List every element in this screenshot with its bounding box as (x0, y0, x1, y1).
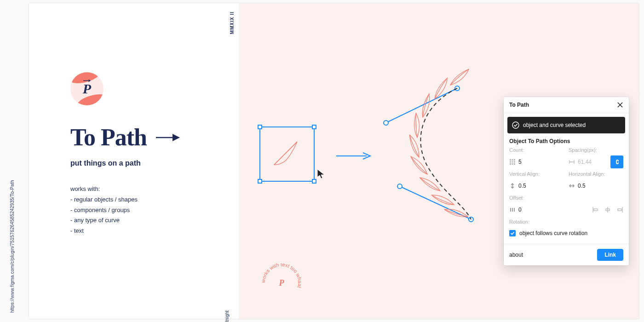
svg-rect-20 (512, 163, 513, 165)
check-icon (510, 231, 515, 236)
cursor-icon (317, 169, 325, 179)
status-banner: object and curve selected (507, 117, 625, 133)
logo-letter: P (70, 72, 104, 105)
vertical-arrows-icon (509, 183, 516, 189)
title-arrow-icon (155, 132, 181, 143)
spacing-field[interactable] (569, 155, 608, 168)
plugin-logo: P (70, 72, 104, 105)
count-input[interactable] (518, 159, 564, 165)
svg-rect-14 (512, 159, 513, 161)
credit-label: created by @lastnight (224, 310, 230, 322)
spacing-icon (569, 159, 575, 165)
works-with-block: works with: - regular objects / shapes -… (70, 184, 211, 236)
badge-letter: P (259, 261, 304, 305)
valign-label: Vertical Align: (509, 171, 564, 177)
align-center-icon[interactable] (604, 206, 611, 213)
close-icon[interactable] (617, 102, 623, 108)
rotation-label: Rotation: (509, 219, 623, 224)
svg-rect-21 (514, 163, 515, 165)
horizontal-arrows-icon (569, 183, 575, 189)
halign-field[interactable] (569, 179, 623, 192)
rotation-checkbox-label: object follows curve rotation (519, 230, 587, 236)
logo-vector-arrow-icon (83, 80, 91, 82)
resize-handle-br[interactable] (312, 179, 316, 184)
banner-text: object and curve selected (523, 122, 586, 128)
check-circle-icon (512, 121, 519, 129)
link-button[interactable]: Link (597, 249, 623, 261)
works-item: - components / groups (70, 205, 211, 216)
valign-input[interactable] (518, 183, 564, 189)
rotation-checkbox[interactable] (509, 230, 516, 236)
offset-input[interactable] (518, 207, 564, 213)
options-heading: Object To Path Options (504, 138, 629, 147)
svg-point-5 (384, 121, 388, 125)
svg-point-12 (512, 122, 519, 128)
page-title: To Path (70, 124, 147, 151)
offset-icon (509, 207, 516, 213)
offset-field[interactable] (509, 203, 564, 216)
selected-leaf-icon (270, 135, 306, 172)
offset-label: Offset: (509, 195, 564, 201)
halign-input[interactable] (578, 183, 623, 189)
svg-line-3 (386, 88, 457, 123)
dialog-title: To Path (509, 102, 529, 108)
resize-handle-tr[interactable] (312, 125, 316, 129)
svg-rect-35 (618, 209, 621, 211)
circular-badge: works with text too whaat P (259, 261, 304, 305)
svg-rect-16 (510, 161, 511, 163)
demo-canvas: works with text too whaat P To Path obje… (239, 3, 639, 319)
source-url: https://www.figma.com/c/plugin/751576264… (10, 180, 15, 313)
align-right-icon[interactable] (616, 206, 623, 213)
mmxix-label: MMXIX II (230, 12, 235, 34)
selection-box[interactable] (259, 126, 315, 182)
svg-rect-19 (510, 163, 511, 165)
grid-icon (509, 159, 516, 165)
svg-rect-31 (594, 209, 598, 211)
link-toggle-button[interactable] (610, 155, 623, 168)
resize-handle-tl[interactable] (258, 125, 262, 129)
spacing-input[interactable] (578, 159, 608, 165)
resize-handle-bl[interactable] (258, 179, 262, 184)
left-panel: MMXIX II created by @lastnight P To Path… (29, 3, 239, 319)
svg-rect-18 (514, 161, 515, 163)
works-item: - regular objects / shapes (70, 195, 211, 205)
svg-line-4 (400, 186, 471, 219)
svg-rect-13 (510, 159, 511, 161)
halign-label: Horizontal Align: (569, 171, 623, 177)
align-left-icon[interactable] (592, 206, 599, 213)
works-item: - any type of curve (70, 215, 211, 226)
works-item: - text (70, 226, 211, 236)
link-icon (614, 159, 620, 165)
svg-rect-15 (514, 159, 515, 161)
works-heading: works with: (70, 184, 211, 195)
curve-art (381, 68, 487, 233)
plugin-dialog: To Path object and curve selected Object… (504, 97, 629, 265)
svg-rect-17 (512, 161, 513, 163)
count-field[interactable] (509, 155, 564, 168)
count-label: Count: (509, 147, 564, 153)
valign-field[interactable] (509, 179, 564, 192)
about-link[interactable]: about (509, 252, 523, 258)
svg-point-7 (397, 184, 402, 189)
cover-frame: MMXIX II created by @lastnight P To Path… (29, 3, 639, 319)
spacing-label: Spacing(px): (569, 147, 623, 153)
subtitle: put things on a path (70, 159, 211, 167)
transform-arrow-icon (335, 151, 372, 161)
